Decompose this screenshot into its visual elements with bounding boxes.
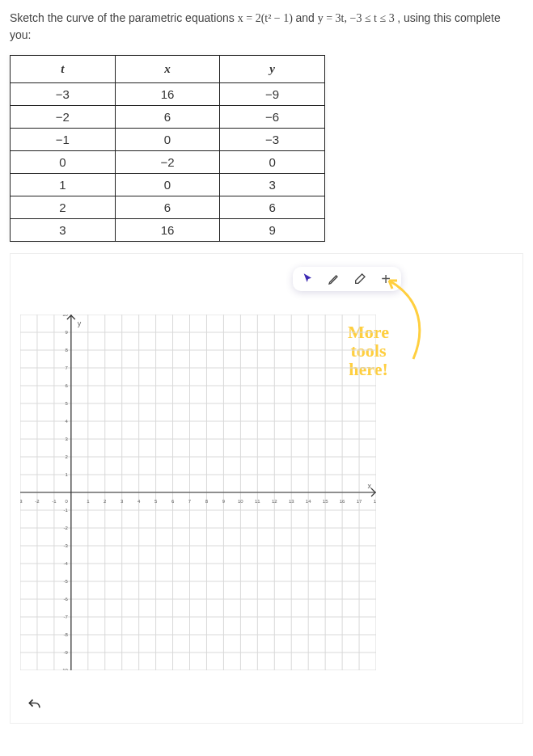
svg-text:16: 16: [340, 499, 345, 504]
table-cell: 16: [115, 219, 220, 242]
svg-text:-5: -5: [64, 579, 69, 584]
table-cell: −9: [220, 83, 325, 106]
table-cell: 3: [220, 174, 325, 196]
table-cell: −1: [11, 129, 116, 151]
svg-text:1: 1: [87, 499, 90, 504]
eq1: x = 2(t² − 1): [238, 12, 296, 24]
svg-text:10: 10: [62, 315, 68, 317]
svg-text:9: 9: [222, 499, 226, 504]
drawing-toolbar: +: [293, 267, 401, 291]
svg-text:14: 14: [306, 499, 311, 504]
eraser-tool[interactable]: [353, 272, 367, 286]
svg-text:2: 2: [104, 499, 107, 504]
col-x: x: [115, 56, 220, 83]
table-row: 3169: [11, 219, 325, 242]
svg-text:11: 11: [255, 499, 260, 504]
svg-text:-10: -10: [61, 668, 68, 670]
svg-text:3: 3: [121, 499, 124, 504]
undo-icon: [27, 697, 43, 713]
table-cell: 6: [115, 196, 220, 219]
svg-text:18: 18: [374, 499, 376, 504]
table-row: 266: [11, 196, 325, 219]
table-row: 0−20: [11, 151, 325, 174]
col-y: y: [220, 56, 325, 83]
eq2: y = 3t, −3 ≤ t ≤ 3: [318, 12, 397, 24]
svg-text:-1: -1: [64, 508, 69, 513]
col-t: t: [11, 56, 116, 83]
question-text: Sketch the curve of the parametric equat…: [10, 10, 523, 44]
q-mid: and: [295, 11, 317, 24]
table-cell: 0: [115, 129, 220, 151]
svg-text:12: 12: [272, 499, 277, 504]
plus-icon: +: [381, 271, 391, 287]
table-cell: 2: [11, 196, 116, 219]
svg-text:5: 5: [154, 499, 158, 504]
table-row: −26−6: [11, 106, 325, 129]
svg-text:-9: -9: [64, 650, 69, 655]
table-row: −10−3: [11, 129, 325, 151]
svg-text:7: 7: [188, 499, 192, 504]
add-tool[interactable]: +: [379, 272, 393, 286]
svg-text:0: 0: [66, 499, 69, 504]
table-cell: 6: [115, 106, 220, 129]
svg-text:-4: -4: [64, 561, 69, 566]
pointer-icon: [302, 272, 315, 285]
table-cell: 9: [220, 219, 325, 242]
pen-icon: [328, 272, 341, 285]
svg-text:17: 17: [357, 499, 362, 504]
svg-text:8: 8: [205, 499, 209, 504]
svg-text:-6: -6: [64, 597, 69, 602]
svg-text:-2: -2: [35, 499, 40, 504]
table-cell: 3: [11, 219, 116, 242]
svg-text:-1: -1: [52, 499, 57, 504]
svg-text:-7: -7: [64, 615, 69, 619]
q-line2: you:: [10, 28, 31, 41]
q-prefix: Sketch the curve of the parametric equat…: [10, 11, 238, 24]
table-row: −316−9: [11, 83, 325, 106]
svg-text:y: y: [78, 319, 82, 327]
svg-text:-2: -2: [64, 526, 69, 530]
table-cell: −6: [220, 106, 325, 129]
values-table: t x y −316−9−26−6−10−30−201032663169: [10, 55, 325, 242]
coordinate-grid[interactable]: -3-2-1123456789101112131415161718-10-9-8…: [20, 315, 376, 670]
table-cell: 0: [220, 151, 325, 174]
undo-button[interactable]: [27, 697, 44, 715]
svg-text:4: 4: [137, 499, 141, 504]
table-cell: 16: [115, 83, 220, 106]
pen-tool[interactable]: [327, 272, 341, 286]
svg-text:-3: -3: [64, 543, 69, 548]
table-cell: 1: [11, 174, 116, 196]
pointer-tool[interactable]: [301, 272, 315, 286]
q-suffix: , using this complete: [397, 11, 501, 24]
table-cell: −2: [11, 106, 116, 129]
table-cell: −3: [220, 129, 325, 151]
table-cell: −2: [115, 151, 220, 174]
svg-text:15: 15: [323, 499, 328, 504]
table-cell: −3: [11, 83, 116, 106]
table-cell: 6: [220, 196, 325, 219]
table-row: 103: [11, 174, 325, 196]
table-cell: 0: [115, 174, 220, 196]
svg-text:-8: -8: [64, 632, 69, 637]
graph-canvas-area[interactable]: + More tools here! -3-2-1123456789101112…: [10, 253, 523, 724]
svg-text:10: 10: [238, 499, 243, 504]
table-cell: 0: [11, 151, 116, 174]
svg-text:13: 13: [289, 499, 294, 504]
eraser-icon: [353, 272, 366, 285]
svg-text:-3: -3: [20, 499, 23, 504]
svg-text:6: 6: [171, 499, 175, 504]
